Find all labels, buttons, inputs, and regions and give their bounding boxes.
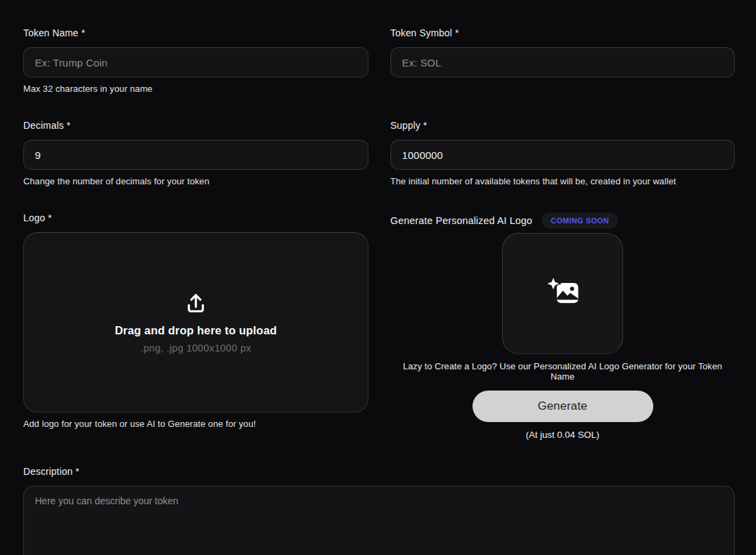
description-textarea[interactable]: [23, 486, 735, 555]
ai-logo-preview: [502, 233, 623, 354]
coming-soon-badge: COMING SOON: [542, 212, 618, 229]
field-description: Description *: [23, 466, 735, 555]
ai-logo-header: Generate Personalized AI Logo COMING SOO…: [390, 212, 735, 229]
logo-label: Logo *: [23, 212, 368, 223]
decimals-input[interactable]: [23, 140, 368, 170]
field-decimals: Decimals * Change the number of decimals…: [23, 120, 368, 186]
decimals-helper: Change the number of decimals for your t…: [23, 176, 368, 186]
generate-button[interactable]: Generate: [473, 391, 653, 422]
token-name-label: Token Name *: [23, 27, 368, 38]
field-token-name: Token Name * Max 32 characters in your n…: [23, 27, 368, 94]
decimals-label: Decimals *: [23, 120, 368, 131]
form-grid: Token Name * Max 32 characters in your n…: [23, 27, 735, 555]
supply-helper: The initial number of available tokens t…: [390, 176, 735, 186]
token-name-input[interactable]: [23, 47, 368, 77]
logo-helper: Add logo for your token or use AI to Gen…: [23, 419, 368, 429]
ai-logo-price-note: (At just 0.04 SOL): [390, 430, 735, 440]
upload-icon: [184, 291, 208, 319]
logo-dropzone[interactable]: Drag and drop here to upload .png, .jpg …: [23, 232, 368, 412]
field-logo: Logo * Drag and drop here to upload .png…: [23, 212, 368, 429]
token-name-helper: Max 32 characters in your name: [23, 84, 368, 94]
description-label: Description *: [23, 466, 735, 477]
supply-label: Supply *: [390, 120, 735, 131]
field-token-symbol: Token Symbol *: [390, 27, 735, 77]
image-sparkle-icon: [545, 276, 581, 312]
ai-logo-section: Generate Personalized AI Logo COMING SOO…: [390, 212, 735, 440]
token-symbol-input[interactable]: [390, 47, 735, 77]
token-symbol-label: Token Symbol *: [390, 27, 735, 38]
field-supply: Supply * The initial number of available…: [390, 120, 735, 186]
ai-logo-caption: Lazy to Create a Logo? Use our Personali…: [390, 361, 735, 382]
dropzone-hint: .png, .jpg 1000x1000 px: [140, 343, 251, 354]
supply-input[interactable]: [390, 140, 735, 170]
token-creation-form: Token Name * Max 32 characters in your n…: [0, 0, 756, 555]
ai-logo-title: Generate Personalized AI Logo: [390, 215, 532, 226]
dropzone-title: Drag and drop here to upload: [115, 324, 277, 337]
